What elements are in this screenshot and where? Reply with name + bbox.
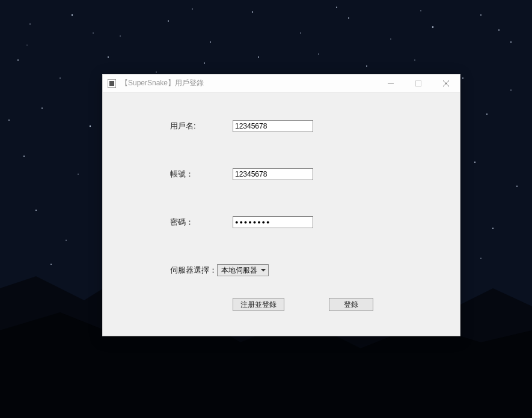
svg-point-15 [108,56,109,58]
server-select[interactable]: 本地伺服器 [217,264,269,276]
window-controls [377,74,460,92]
svg-rect-44 [109,81,114,86]
svg-point-21 [486,114,488,115]
svg-point-5 [210,41,211,43]
svg-point-13 [17,59,19,61]
svg-point-11 [480,14,482,16]
svg-point-23 [23,156,25,157]
password-row: 密碼： [103,216,460,228]
svg-point-27 [35,210,37,211]
svg-point-38 [93,32,93,33]
app-icon [108,79,116,88]
account-row: 帳號： [103,168,460,180]
svg-point-24 [78,174,78,174]
username-row: 用戶名: [103,120,460,132]
svg-point-28 [66,240,67,241]
svg-point-19 [41,108,43,109]
maximize-button[interactable] [405,74,432,92]
svg-point-35 [462,77,463,79]
svg-point-42 [498,29,500,31]
minimize-button[interactable] [377,74,405,92]
svg-point-16 [156,71,156,72]
button-row: 注册並登錄 登錄 [103,298,460,311]
svg-point-39 [192,8,193,10]
close-button[interactable] [432,74,460,92]
svg-point-26 [516,186,518,187]
svg-point-3 [120,35,120,36]
svg-point-37 [8,120,10,121]
svg-point-29 [492,228,494,229]
svg-point-25 [474,162,475,163]
svg-point-22 [510,89,512,91]
svg-point-34 [414,59,415,60]
svg-point-18 [258,56,259,58]
svg-point-32 [318,53,319,55]
svg-point-10 [432,26,434,28]
window-title: 【SuperSnake】用戶登錄 [121,78,377,88]
username-input[interactable] [233,120,313,132]
svg-point-4 [168,20,169,22]
svg-point-14 [60,77,61,79]
svg-point-7 [300,32,301,34]
account-label: 帳號： [170,169,233,180]
username-label: 用戶名: [170,121,233,132]
register-login-button[interactable]: 注册並登錄 [233,298,284,311]
account-input[interactable] [233,168,313,180]
svg-rect-46 [416,80,421,86]
form-body: 用戶名: 帳號： 密碼： 伺服器選擇： 本地伺服器 注册並登錄 登錄 [103,92,460,311]
svg-point-40 [336,7,337,8]
svg-point-41 [420,10,421,11]
svg-point-31 [480,258,482,259]
svg-point-6 [252,11,253,13]
server-row: 伺服器選擇： 本地伺服器 [103,264,460,276]
svg-point-2 [72,14,73,16]
login-window: 【SuperSnake】用戶登錄 用戶名: 帳號： 密碼： [102,74,460,336]
svg-point-1 [29,23,31,25]
svg-point-30 [50,264,52,265]
svg-point-17 [204,62,205,64]
svg-point-33 [366,65,367,67]
svg-point-20 [90,126,91,127]
svg-point-8 [348,17,349,19]
svg-point-9 [390,38,391,39]
svg-point-36 [26,44,27,45]
server-label: 伺服器選擇： [170,265,217,276]
password-label: 密碼： [170,217,233,228]
password-input[interactable] [233,216,313,228]
chevron-down-icon [261,269,266,271]
svg-point-12 [510,41,512,43]
server-selected-value: 本地伺服器 [221,265,257,276]
titlebar[interactable]: 【SuperSnake】用戶登錄 [103,74,460,92]
login-button[interactable]: 登錄 [329,298,373,311]
